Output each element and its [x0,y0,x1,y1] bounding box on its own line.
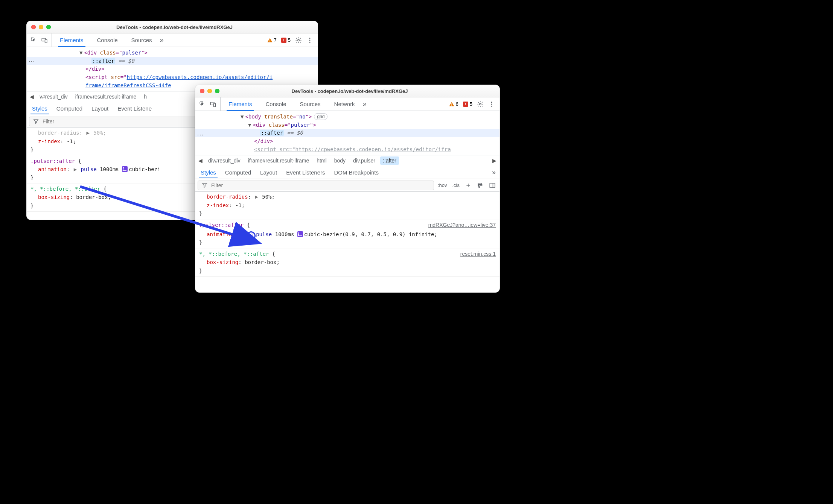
minimize-icon[interactable] [207,89,212,93]
filter-input[interactable] [210,182,430,189]
breadcrumb-item[interactable]: iframe#result.result-iframe [73,93,139,101]
more-menu-icon[interactable] [488,101,495,108]
tab-computed[interactable]: Computed [224,167,253,178]
dom-row-selected[interactable]: ::after == $0 [195,129,499,137]
error-icon: ! [463,102,468,107]
dom-row[interactable]: ▼<div class="pulser"> [27,49,318,57]
cls-toggle[interactable]: .cls [452,182,460,188]
zoom-icon[interactable] [215,89,219,93]
easing-editor-icon[interactable] [122,166,128,172]
svg-point-7 [309,39,311,41]
tab-console[interactable]: Console [91,33,123,47]
tab-elements[interactable]: Elements [54,33,89,47]
more-menu-icon[interactable] [306,37,313,44]
tab-network[interactable]: Network [329,97,361,111]
breadcrumb-item[interactable]: body [332,156,348,165]
inspect-icon[interactable] [30,37,37,44]
inspect-icon[interactable] [199,101,206,108]
close-icon[interactable] [31,25,36,29]
css-rule[interactable]: reset.min.css:1 *, *::before, *::after {… [195,249,499,277]
filter-icon [202,182,207,188]
animation-link-icon[interactable] [247,231,256,240]
tab-layout[interactable]: Layout [259,167,279,178]
source-link[interactable]: reset.min.css:1 [460,250,496,258]
tab-console[interactable]: Console [260,97,292,111]
subtabs-overflow-icon[interactable]: » [492,169,496,176]
tab-elements[interactable]: Elements [223,97,258,111]
device-toggle-icon[interactable] [210,101,216,108]
warnings-badge[interactable]: 6 [449,101,458,107]
css-rule[interactable]: mdRXGeJ?ano…iew=live:37 .pulser::after {… [195,220,499,249]
devtools-window-2: DevTools - codepen.io/web-dot-dev/live/m… [195,85,500,293]
breadcrumb-item[interactable]: div.pulser [350,156,378,165]
paint-flash-icon[interactable] [477,182,484,189]
svg-point-17 [491,105,492,106]
traffic-lights [31,25,51,29]
filter-field[interactable] [198,181,434,190]
tab-dom-breakpoints[interactable]: DOM Breakpoints [333,167,380,178]
svg-rect-18 [490,183,495,188]
svg-point-14 [480,103,481,105]
device-toggle-icon[interactable] [41,37,48,44]
breadcrumb-item[interactable]: iframe#result.result-iframe [245,156,312,165]
dom-row[interactable]: <script src="https://cpwebassets.codepen… [195,146,499,154]
breadcrumb-item[interactable]: v#result_div [37,93,70,101]
overflow-indicator-icon: ⋯ [197,131,204,139]
main-toolbar: Elements Console Sources Network » 6 ! 5 [195,97,499,111]
titlebar[interactable]: DevTools - codepen.io/web-dot-dev/live/m… [27,21,318,33]
dom-row-selected[interactable]: ::after == $0 [27,57,318,65]
tab-layout[interactable]: Layout [90,103,110,114]
hov-toggle[interactable]: :hov [438,182,447,188]
breadcrumb[interactable]: ◀ div#result_div iframe#result.result-if… [195,155,499,166]
new-rule-icon[interactable]: ＋ [465,181,472,190]
settings-icon[interactable] [295,37,302,44]
styles-pane: border-radius: ▶ 50%; z-index: -1; } mdR… [195,192,499,277]
svg-rect-13 [451,105,452,105]
dom-row[interactable]: ▼<div class="pulser"> [195,121,499,129]
main-toolbar: Elements Console Sources » 7 ! 5 [27,33,318,47]
svg-rect-11 [214,103,216,106]
css-rule[interactable]: border-radius: ▶ 50%; z-index: -1; } [195,192,499,220]
tab-event-listeners[interactable]: Event Listeners [285,167,326,178]
breadcrumb-item-selected[interactable]: ::after [380,156,399,165]
zoom-icon[interactable] [46,25,51,29]
svg-point-5 [298,39,300,41]
tab-sources[interactable]: Sources [294,97,326,111]
chevron-left-icon[interactable]: ◀ [198,158,203,164]
dom-row[interactable]: <script src="https://cpwebassets.codepen… [27,73,318,82]
dom-row[interactable]: </div> [27,65,318,73]
tabs-overflow-icon[interactable]: » [160,36,164,44]
errors-badge[interactable]: ! 5 [281,37,291,43]
easing-editor-icon[interactable] [297,231,303,237]
chevron-left-icon[interactable]: ◀ [29,94,35,100]
grid-badge[interactable]: grid [314,113,327,120]
titlebar[interactable]: DevTools - codepen.io/web-dot-dev/live/m… [195,85,499,97]
svg-point-6 [309,38,311,39]
svg-point-8 [309,41,311,43]
tab-sources[interactable]: Sources [126,33,158,47]
settings-icon[interactable] [477,101,484,108]
tab-styles[interactable]: Styles [30,103,49,114]
tab-styles[interactable]: Styles [199,167,218,178]
close-icon[interactable] [200,89,204,93]
warnings-badge[interactable]: 7 [267,37,277,43]
svg-point-15 [491,102,492,103]
source-link[interactable]: mdRXGeJ?ano…iew=live:37 [428,221,496,229]
dom-row[interactable]: </div> [195,137,499,146]
chevron-right-icon[interactable]: ▶ [492,158,497,164]
elements-panel: ⋯ ▼<body translate="no">grid ▼<div class… [195,111,499,155]
tabs-overflow-icon[interactable]: » [363,100,367,108]
tab-computed[interactable]: Computed [55,103,84,114]
minimize-icon[interactable] [39,25,43,29]
error-icon: ! [281,38,286,43]
overflow-indicator-icon: ⋯ [28,57,36,65]
breadcrumb-item[interactable]: div#result_div [206,156,243,165]
warnings-count: 6 [456,101,458,107]
breadcrumb-item[interactable]: h [141,93,149,101]
breadcrumb-item[interactable]: html [314,156,329,165]
errors-badge[interactable]: ! 5 [463,101,472,107]
tab-event-listeners[interactable]: Event Listene [116,103,153,114]
computed-sidebar-icon[interactable] [489,182,496,189]
svg-point-16 [491,103,492,105]
dom-row[interactable]: ▼<body translate="no">grid [195,113,499,121]
